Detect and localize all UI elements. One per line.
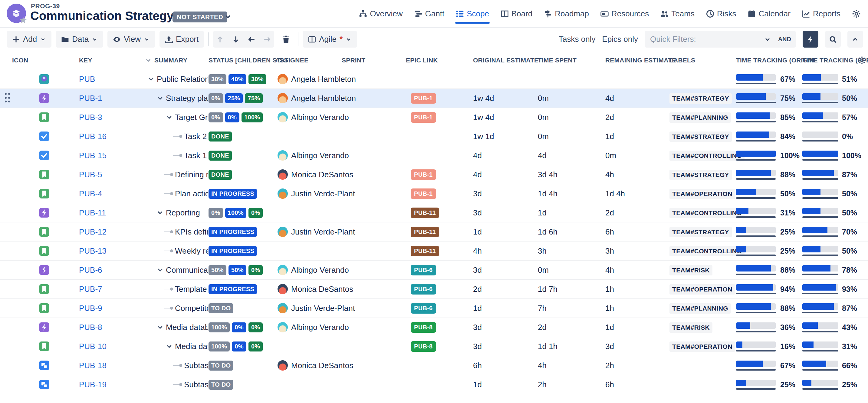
summary-text[interactable]: Media databas [166, 318, 208, 337]
tab-reports[interactable]: Reports [802, 9, 840, 19]
expand-chevron-icon[interactable] [156, 209, 164, 217]
expand-chevron-icon[interactable] [147, 75, 155, 83]
table-row-pub-3[interactable]: PUB-3Target Grou0%0%100%Albingo VerandoP… [0, 108, 868, 127]
status-pill[interactable]: DONE [209, 151, 232, 161]
delete-button[interactable] [278, 31, 293, 48]
assignee-avatar[interactable] [278, 284, 288, 294]
expand-chevron-icon[interactable] [165, 342, 173, 350]
assignee-avatar[interactable] [278, 189, 288, 199]
drag-handle-icon[interactable] [5, 93, 11, 103]
issue-key-link[interactable]: PUB-19 [79, 375, 106, 394]
label-badge[interactable]: TEAM#OPERATION [670, 189, 735, 199]
label-badge[interactable]: TEAM#OPERATION [670, 284, 735, 294]
label-badge[interactable]: TEAM#CONTROLLING [670, 151, 745, 161]
summary-text[interactable]: Subtask 2 [184, 356, 208, 375]
table-row-pub-8[interactable]: PUB-8Media databas100%0%0%Albingo Verand… [0, 318, 868, 337]
issue-key-link[interactable]: PUB-8 [79, 318, 102, 337]
status-pill[interactable]: IN PROGRESS [209, 284, 257, 294]
table-row-pub-13[interactable]: PUB-13Weekly repoIN PROGRESSPUB-114h3h3h… [0, 241, 868, 261]
tab-gantt[interactable]: Gantt [414, 9, 444, 19]
status-pill[interactable]: TO DO [209, 303, 234, 313]
tab-resources[interactable]: Resources [600, 9, 649, 19]
table-row-pub-12[interactable]: PUB-12KPIs definitiIN PROGRESSJustin Ver… [0, 222, 868, 241]
status-pill[interactable]: IN PROGRESS [209, 189, 257, 199]
summary-text[interactable]: Plan actions [175, 184, 208, 203]
assignee-avatar[interactable] [278, 169, 288, 180]
collapse-toolbar-button[interactable] [847, 31, 863, 48]
agile-view-button[interactable]: Agile * [303, 31, 357, 48]
epic-link-badge[interactable]: PUB-11 [411, 227, 439, 237]
label-badge[interactable]: TEAM#PLANNING [670, 112, 731, 123]
outdent-icon[interactable] [248, 35, 255, 43]
expand-chevron-icon[interactable] [165, 113, 173, 121]
column-header-original-estimate[interactable]: ORIGINAL ESTIMATE [473, 51, 538, 70]
table-row-pub[interactable]: PUBPublic Relation pr30%40%30%Angela Ham… [0, 70, 868, 89]
column-header-time-tracking-spei[interactable]: TIME TRACKING (SPEI [802, 51, 868, 70]
table-row-pub-19[interactable]: PUB-19Subtask 1TO DO1d2h6h25%25% [0, 375, 868, 394]
status-pill[interactable]: DONE [209, 170, 232, 180]
issue-key-link[interactable]: PUB-4 [79, 184, 102, 203]
issue-key-link[interactable]: PUB-5 [79, 165, 102, 184]
summary-text[interactable]: Task 2 [184, 127, 207, 146]
table-row-pub-7[interactable]: PUB-7Template mIN PROGRESSMonica DeSanto… [0, 280, 868, 299]
issue-key-link[interactable]: PUB-18 [79, 356, 106, 375]
label-badge[interactable]: TEAM#RISK [670, 265, 712, 276]
issue-key-link[interactable]: PUB-6 [79, 261, 102, 279]
view-button[interactable]: View [107, 31, 155, 48]
expand-chevron-icon[interactable] [156, 94, 164, 102]
column-header-epic-link[interactable]: EPIC LINK [406, 51, 438, 70]
tab-overview[interactable]: Overview [359, 9, 403, 19]
table-row-pub-6[interactable]: PUB-6Communicatio50%50%0%Albingo Verando… [0, 261, 868, 280]
summary-text[interactable]: Subtask 1 [184, 375, 208, 394]
status-badge[interactable]: NOT STARTED [173, 11, 227, 22]
epic-link-badge[interactable]: PUB-1 [411, 93, 436, 104]
tab-risks[interactable]: Risks [706, 9, 736, 19]
summary-text[interactable]: Public Relation pr [157, 70, 208, 88]
status-pill[interactable]: IN PROGRESS [209, 227, 257, 237]
tab-board[interactable]: Board [501, 9, 532, 19]
epic-link-badge[interactable]: PUB-6 [411, 303, 436, 314]
summary-text[interactable]: Strategy planni [166, 89, 208, 108]
epic-link-badge[interactable]: PUB-6 [411, 284, 436, 294]
assignee-avatar[interactable] [278, 93, 288, 103]
epic-link-badge[interactable]: PUB-8 [411, 322, 436, 333]
status-pill[interactable]: TO DO [209, 380, 234, 390]
summary-text[interactable]: Target Grou [175, 108, 208, 127]
label-badge[interactable]: TEAM#STRATEGY [670, 93, 732, 104]
summary-text[interactable]: KPIs definiti [175, 222, 208, 241]
favorite-star-icon[interactable]: ★ [19, 16, 27, 25]
move-down-icon[interactable] [232, 35, 240, 43]
table-row-pub-5[interactable]: PUB-5Defining meDONEMonica DeSantosPUB-1… [0, 165, 868, 184]
table-row-pub-18[interactable]: PUB-18Subtask 2TO DOMonica DeSantos6h4h2… [0, 356, 868, 375]
epics-only-filter[interactable]: Epics only [602, 34, 638, 44]
epic-link-badge[interactable]: PUB-8 [411, 341, 436, 352]
table-row-pub-15[interactable]: PUB-15Task 1DONEAlbingo Verando4d4d0mTEA… [0, 146, 868, 165]
tasks-only-filter[interactable]: Tasks only [559, 34, 595, 44]
issue-key-link[interactable]: PUB-15 [79, 146, 106, 165]
project-avatar-icon[interactable]: ★ [7, 4, 26, 23]
column-header-labels[interactable]: LABELS [670, 51, 695, 70]
column-header-assignee[interactable]: ASSIGNEE [275, 51, 308, 70]
assignee-avatar[interactable] [278, 303, 288, 313]
table-row-pub-9[interactable]: PUB-9CompetitorsTO DOJustin Verde-PlantP… [0, 299, 868, 318]
issue-key-link[interactable]: PUB-10 [79, 337, 106, 356]
issue-key-link[interactable]: PUB-11 [79, 203, 106, 222]
assignee-avatar[interactable] [278, 150, 288, 161]
move-up-icon[interactable] [216, 35, 224, 43]
column-header-summary[interactable]: SUMMARY [154, 51, 187, 70]
tab-roadmap[interactable]: Roadmap [544, 9, 589, 19]
export-button[interactable]: Export [159, 31, 204, 48]
label-badge[interactable]: TEAM#OPERATION [670, 342, 735, 352]
status-pill[interactable]: TO DO [209, 361, 234, 371]
epic-link-badge[interactable]: PUB-11 [411, 246, 439, 256]
table-row-pub-1[interactable]: PUB-1Strategy planni0%25%75%Angela Hambl… [0, 89, 868, 108]
tab-scope[interactable]: Scope [456, 9, 489, 19]
issue-key-link[interactable]: PUB-13 [79, 241, 106, 260]
table-row-pub-4[interactable]: PUB-4Plan actionsIN PROGRESSJustin Verde… [0, 184, 868, 203]
table-row-pub-10[interactable]: PUB-10Media datab100%0%0%PUB-83d1d 1h3dT… [0, 337, 868, 356]
status-pill[interactable]: DONE [209, 132, 232, 142]
label-badge[interactable]: TEAM#STRATEGY [670, 227, 732, 237]
status-pill[interactable]: IN PROGRESS [209, 246, 257, 256]
summary-text[interactable]: Defining me [175, 165, 208, 184]
chevron-down-icon[interactable] [764, 36, 771, 43]
